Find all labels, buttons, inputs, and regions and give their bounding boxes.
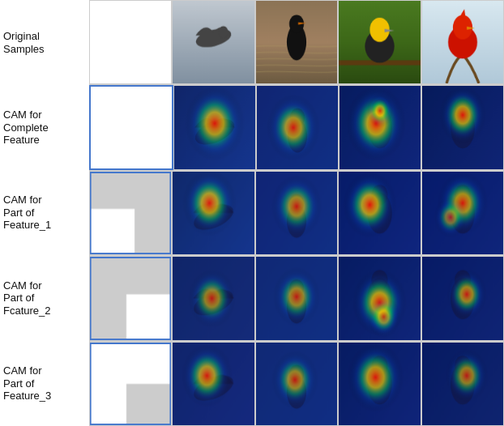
- cell-complete-diagram: [89, 85, 173, 169]
- cell-part3-bird1: [172, 342, 254, 426]
- cell-part3-diagram: [89, 342, 172, 426]
- label-original: Original Samples: [0, 0, 89, 85]
- label-complete: CAM for Complete Feature: [0, 85, 89, 170]
- row-part3: [89, 342, 504, 426]
- cell-part3-bird3: [338, 342, 421, 426]
- label-part2: CAM for Part of Fcature_2: [0, 255, 89, 341]
- cell-complete-bird2: [256, 85, 339, 169]
- cell-part2-bird1: [172, 256, 254, 340]
- row-original: [89, 0, 504, 85]
- cell-orig-bird1: [172, 0, 254, 84]
- image-grid: [89, 0, 504, 426]
- cell-part2-bird3: [338, 256, 421, 340]
- cell-orig-bird3: [338, 0, 421, 84]
- cell-part1-bird2: [255, 171, 338, 255]
- cell-part2-bird4: [421, 256, 504, 340]
- cell-part2-diagram: [89, 256, 172, 340]
- label-part1: CAM for Part of Feature_1: [0, 170, 89, 255]
- row-part1: [89, 171, 504, 256]
- cell-part2-bird2: [255, 256, 338, 340]
- cell-orig-bird4: [421, 0, 504, 84]
- cell-part3-bird2: [255, 342, 338, 426]
- row-complete: [89, 85, 504, 170]
- cell-complete-bird4: [421, 85, 504, 169]
- cell-orig-diagram: [89, 0, 172, 84]
- label-column: Original Samples CAM for Complete Featur…: [0, 0, 89, 426]
- cell-part1-bird3: [338, 171, 421, 255]
- label-part3: CAM for Part of Feature_3: [0, 341, 89, 426]
- cell-part1-bird1: [172, 171, 254, 255]
- cell-part1-diagram: [89, 171, 172, 255]
- cell-part1-bird4: [421, 171, 504, 255]
- cell-complete-bird1: [173, 85, 256, 169]
- cell-part3-bird4: [421, 342, 504, 426]
- cell-orig-bird2: [255, 0, 338, 84]
- cell-complete-bird3: [339, 85, 421, 169]
- row-part2: [89, 256, 504, 341]
